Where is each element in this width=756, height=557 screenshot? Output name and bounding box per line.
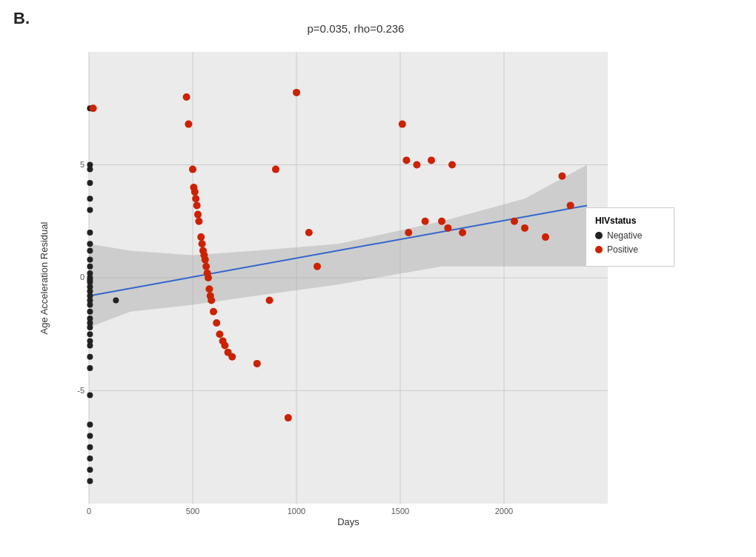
positive-data-point (205, 274, 212, 281)
x-tick-label: 2000 (492, 507, 516, 516)
negative-data-point (87, 257, 93, 263)
positive-data-point (521, 224, 528, 232)
positive-data-point (216, 330, 223, 338)
x-tick-label: 1500 (388, 507, 412, 516)
negative-data-point (87, 365, 93, 371)
legend-label-negative: Negative (607, 230, 642, 241)
negative-data-point (87, 354, 93, 360)
positive-data-point (448, 161, 456, 169)
negative-data-point (87, 456, 93, 461)
positive-data-point (272, 166, 279, 173)
positive-data-point (221, 342, 228, 350)
positive-data-point (438, 218, 445, 225)
positive-data-point (208, 297, 215, 304)
negative-data-point (87, 343, 93, 349)
negative-data-point (87, 207, 93, 213)
negative-data-point (87, 478, 93, 484)
legend-item-negative: Negative (595, 230, 665, 241)
negative-data-point (113, 298, 119, 304)
positive-data-point (213, 319, 220, 327)
negative-data-point (87, 309, 93, 315)
chart-container: p=0.035, rho=0.236 Age Acceleration Resi… (37, 15, 674, 533)
x-tick-label: 500 (181, 507, 205, 516)
positive-data-point (192, 195, 199, 202)
positive-data-point (567, 201, 574, 209)
x-tick-label: 0 (77, 507, 101, 516)
negative-data-point (87, 167, 93, 173)
legend-title: HIVstatus (595, 216, 665, 226)
positive-data-point (558, 173, 566, 180)
negative-data-point (87, 433, 93, 439)
negative-data-point (87, 241, 93, 247)
positive-data-point (293, 89, 300, 96)
positive-data-point (428, 156, 435, 164)
positive-data-point (183, 93, 190, 101)
positive-data-point (399, 121, 406, 128)
positive-data-point (210, 308, 217, 316)
positive-data-point (195, 218, 202, 225)
positive-data-point (266, 297, 273, 304)
positive-data-point (193, 201, 201, 209)
panel-label: B. (13, 9, 30, 28)
positive-data-point (542, 233, 549, 241)
positive-data-point (253, 360, 261, 367)
positive-data-point (197, 233, 205, 241)
positive-data-point (199, 240, 206, 247)
legend-label-positive: Positive (607, 244, 638, 255)
negative-data-point (87, 196, 93, 201)
positive-data-point (285, 414, 292, 421)
positive-data-point (422, 218, 429, 225)
legend: HIVstatus Negative Positive (586, 207, 674, 267)
chart-area (89, 52, 608, 504)
negative-data-point (87, 230, 93, 236)
positive-data-point (444, 224, 451, 232)
negative-dot-icon (595, 232, 603, 239)
svg-marker-8 (89, 165, 587, 328)
positive-data-point (305, 229, 313, 236)
positive-data-point (90, 104, 97, 112)
y-tick-label: -5 (77, 386, 84, 395)
positive-data-point (189, 166, 196, 173)
negative-data-point (87, 444, 93, 450)
positive-data-point (228, 353, 236, 361)
positive-data-point (459, 229, 466, 236)
y-tick-label: 5 (80, 160, 84, 169)
positive-data-point (194, 211, 202, 219)
plot-svg (89, 52, 608, 504)
positive-data-point (405, 229, 412, 236)
y-tick-label: 0 (80, 273, 84, 281)
negative-data-point (87, 393, 93, 398)
positive-data-point (314, 263, 321, 270)
negative-data-point (87, 180, 93, 186)
chart-title: p=0.035, rho=0.236 (37, 15, 674, 35)
positive-data-point (202, 263, 210, 270)
x-tick-label: 1000 (285, 507, 308, 516)
positive-data-point (191, 188, 199, 196)
negative-data-point (87, 324, 93, 330)
negative-data-point (87, 421, 93, 427)
negative-data-point (87, 331, 93, 337)
positive-dot-icon (595, 246, 603, 253)
positive-data-point (185, 121, 192, 128)
positive-data-point (402, 156, 410, 164)
negative-data-point (87, 302, 93, 308)
positive-data-point (202, 256, 209, 264)
y-axis-label: Age Acceleration Residual (37, 52, 52, 504)
positive-data-point (413, 161, 420, 169)
negative-data-point (87, 467, 93, 473)
legend-item-positive: Positive (595, 244, 665, 255)
negative-data-point (87, 264, 93, 270)
negative-data-point (87, 247, 93, 253)
page: B. p=0.035, rho=0.236 Age Acceleration R… (0, 0, 756, 557)
positive-data-point (205, 285, 213, 293)
positive-data-point (511, 218, 518, 225)
